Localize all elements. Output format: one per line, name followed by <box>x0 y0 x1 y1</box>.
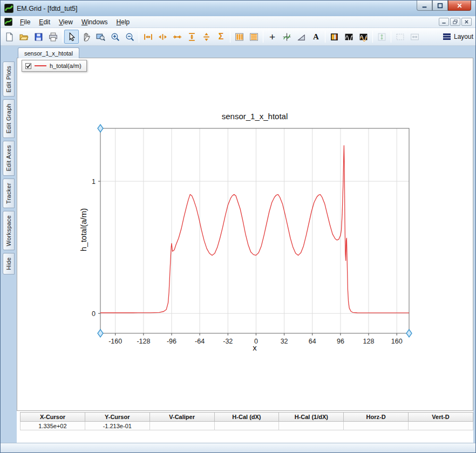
sum-button[interactable]: Σ <box>214 30 228 44</box>
readout-header-row: X-Cursor Y-Cursor V-Caliper H-Cal (dX) H… <box>21 413 473 422</box>
menu-bar: File Edit View Windows Help <box>1 16 475 28</box>
minimize-icon <box>421 3 427 9</box>
text-label-button[interactable]: A <box>309 30 323 44</box>
fit-horizontal-gray-button[interactable] <box>407 30 422 44</box>
minimize-button[interactable] <box>417 1 432 11</box>
crosshair-button[interactable]: + <box>265 30 280 44</box>
menu-windows[interactable]: Windows <box>77 17 112 28</box>
sidebar-tab-label: Edit Plots <box>5 66 12 92</box>
print-button[interactable] <box>46 30 60 44</box>
toolbar-separator <box>263 31 263 43</box>
app-logo-icon <box>4 4 13 13</box>
layout-button-label: Layout <box>454 33 473 40</box>
new-file-icon <box>5 32 14 42</box>
document-area: sensor_1_x_htotal h_total(a/m) -160-128-… <box>17 46 473 443</box>
rows-icon <box>249 32 259 42</box>
crosshair-icon: + <box>269 32 275 42</box>
select-tool-button[interactable] <box>64 30 79 44</box>
zoom-window-button[interactable] <box>93 30 108 44</box>
readout-value <box>149 422 214 430</box>
app-window: EM.Grid - [fdtd_tut5] File Edit View Win… <box>0 0 476 453</box>
fit-height-button[interactable] <box>185 30 199 44</box>
toolbar-separator <box>391 31 391 43</box>
print-icon <box>49 32 58 42</box>
expand-width-icon <box>158 32 167 42</box>
sidebar-tab-workspace[interactable]: Workspace <box>3 211 15 251</box>
chart-x-axis-label: x <box>100 343 409 352</box>
new-file-button[interactable] <box>2 30 17 44</box>
document-tab[interactable]: sensor_1_x_htotal <box>18 47 79 58</box>
menu-help[interactable]: Help <box>112 17 134 28</box>
status-bar <box>1 443 475 452</box>
expand-height-icon <box>202 32 211 42</box>
sidebar-tab-label: Tracker <box>5 183 12 204</box>
slope-triangle-icon <box>297 32 306 42</box>
maximize-icon <box>437 3 443 9</box>
frame-icon <box>396 32 405 42</box>
svg-text:0: 0 <box>92 310 96 318</box>
mdi-restore-icon <box>453 19 458 24</box>
sidebar-tab-edit-plots[interactable]: Edit Plots <box>3 61 15 97</box>
chart-y-axis-label: h_total(a/m) <box>79 208 88 251</box>
legend-line <box>35 65 46 66</box>
zoom-in-button[interactable] <box>108 30 123 44</box>
menu-edit[interactable]: Edit <box>35 17 55 28</box>
sidebar-tab-label: Edit Graph <box>5 104 12 134</box>
readout-value-row: 1.335e+02 -1.213e-01 <box>21 422 473 430</box>
maximize-button[interactable] <box>432 1 448 11</box>
mdi-minimize-icon <box>441 19 446 24</box>
save-button[interactable] <box>31 30 46 44</box>
close-icon <box>457 3 463 9</box>
mdi-restore-button[interactable] <box>450 18 460 26</box>
colormap-icon <box>330 32 339 42</box>
readout-value <box>409 422 473 430</box>
sidebar-tab-tracker[interactable]: Tracker <box>3 179 15 208</box>
window-controls <box>417 1 475 11</box>
layout-icon <box>443 33 451 40</box>
layout-button[interactable]: Layout <box>440 31 475 42</box>
pan-hand-icon <box>81 32 91 42</box>
fit-vertical-green-button[interactable] <box>375 30 389 44</box>
fit-width-button[interactable] <box>141 30 155 44</box>
readout-value <box>279 422 344 430</box>
sidebar-tab-hide[interactable]: Hide <box>3 253 15 274</box>
zoom-window-icon <box>96 32 105 42</box>
waveform-button[interactable] <box>342 30 356 44</box>
pan-tool-button[interactable] <box>79 30 93 44</box>
toolbar-separator <box>62 31 63 43</box>
chart-title: sensor_1_x_htotal <box>100 112 409 121</box>
legend-checkbox[interactable] <box>25 63 31 69</box>
zoom-out-button[interactable] <box>123 30 137 44</box>
frame-button[interactable] <box>393 30 407 44</box>
rows-view-button[interactable] <box>247 30 261 44</box>
title-bar: EM.Grid - [fdtd_tut5] <box>1 1 475 16</box>
fit-height-icon <box>187 32 196 42</box>
slope-tool-button[interactable] <box>294 30 309 44</box>
open-folder-icon <box>19 32 29 42</box>
colormap-button[interactable] <box>327 30 342 44</box>
sidebar-tab-edit-graph[interactable]: Edit Graph <box>3 99 15 138</box>
menu-view[interactable]: View <box>55 17 77 28</box>
mdi-minimize-button[interactable] <box>439 18 449 26</box>
shrink-width-button[interactable] <box>170 30 185 44</box>
check-icon <box>26 64 31 68</box>
mdi-close-button[interactable] <box>461 18 472 26</box>
expand-width-button[interactable] <box>155 30 170 44</box>
readout-header: H-Cal (dX) <box>214 413 279 422</box>
menu-file[interactable]: File <box>16 17 35 28</box>
columns-view-button[interactable] <box>232 30 247 44</box>
fit-horizontal-gray-icon <box>410 32 419 42</box>
axes-plot-button[interactable] <box>280 30 294 44</box>
readout-header: V-Caliper <box>149 413 214 422</box>
readout-header: X-Cursor <box>21 413 85 422</box>
plot-canvas: h_total(a/m) -160-128-96-64-320326496128… <box>17 58 473 411</box>
sidebar-tab-edit-axes[interactable]: Edit Axes <box>3 141 15 176</box>
open-file-button[interactable] <box>17 30 31 44</box>
svg-text:1: 1 <box>92 178 96 186</box>
close-button[interactable] <box>448 1 471 11</box>
legend-box: h_total(a/m) <box>22 60 87 72</box>
expand-height-button[interactable] <box>199 30 214 44</box>
sidebar-tab-label: Edit Axes <box>5 145 12 171</box>
zoom-out-icon <box>125 32 134 42</box>
waveforms-button[interactable] <box>356 30 371 44</box>
